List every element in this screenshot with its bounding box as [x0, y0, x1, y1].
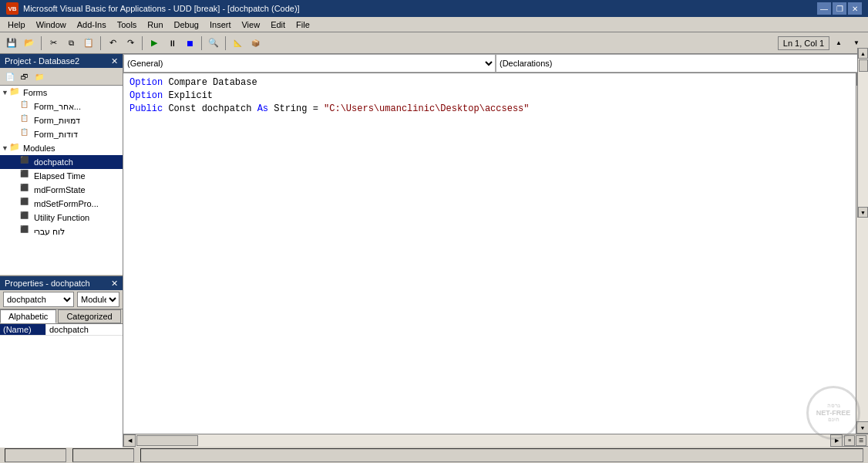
tree-form-dmuyot[interactable]: 📋 Form_דמויות [0, 113, 123, 127]
mdsetformpro-label: mdSetFormPro... [34, 199, 99, 208]
module-icon-dochpatch: ⬛ [20, 156, 32, 168]
code-proc-dropdown[interactable]: (Declarations) [496, 54, 868, 73]
module-icon-elapsed: ⬛ [20, 170, 32, 182]
pe-view-object[interactable]: 🗗 [18, 69, 32, 83]
form-dodot-label: Form_דודות [34, 130, 78, 140]
kw-option2: Option [130, 90, 163, 103]
code-scroll-down[interactable]: ▼ [856, 421, 868, 434]
tree-mdformstate[interactable]: ⬛ mdFormState [0, 183, 123, 197]
tree-mdsetformpro[interactable]: ⬛ mdSetFormPro... [0, 197, 123, 211]
elapsed-label: Elapsed Time [34, 171, 86, 181]
menu-window[interactable]: Window [32, 18, 71, 32]
properties-title: Properties - dochpatch [5, 279, 90, 288]
tree-form-achr[interactable]: 📋 Form_אחר... [0, 100, 123, 113]
forms-label: Forms [23, 88, 47, 97]
toolbar-sep4 [201, 36, 202, 50]
close-button[interactable]: ✕ [848, 2, 862, 15]
prop-name-label[interactable]: (Name) [0, 324, 46, 335]
menu-addins[interactable]: Add-Ins [72, 18, 111, 32]
project-explorer-header: Project - Database2 ✕ [0, 54, 123, 68]
toolbar-undo[interactable]: ↶ [104, 35, 121, 52]
tree-dochpatch[interactable]: ⬛ dochpatch [0, 155, 123, 169]
toolbar-sep1 [41, 36, 42, 50]
code-object-dropdown[interactable]: (General) [123, 54, 496, 73]
modules-label: Modules [23, 144, 56, 153]
toolbar-scroll-up[interactable]: ▲ [830, 35, 847, 52]
pe-toggle-folders[interactable]: 📁 [32, 69, 46, 83]
kw-option1: Option [130, 76, 163, 90]
forms-folder-icon: 📁 [9, 86, 22, 99]
statusbar [0, 446, 868, 463]
tree-elapsed[interactable]: ⬛ Elapsed Time [0, 169, 123, 183]
modules-expand-icon[interactable]: ▼ [2, 144, 9, 152]
forms-expand-icon[interactable]: ▼ [2, 89, 9, 96]
module-view-btn[interactable]: ☰ [856, 435, 866, 446]
status-section-3 [140, 448, 863, 462]
code-area[interactable]: Option Compare Database Option Explicit … [123, 73, 856, 434]
toolbar-paste[interactable]: 📋 [80, 35, 97, 52]
project-explorer: Project - Database2 ✕ 📄 🗗 📁 ▼ 📁 Forms [0, 54, 123, 276]
project-close-btn[interactable]: ✕ [111, 56, 118, 66]
code-line-3: Public Const dochpatch As String = "C:\U… [130, 103, 853, 116]
dochpatch-label: dochpatch [34, 157, 73, 167]
restore-button[interactable]: ❐ [833, 2, 846, 15]
toolbar-save[interactable]: 💾 [3, 35, 20, 52]
window-controls: — ❐ ✕ [817, 2, 862, 15]
toolbar-open[interactable]: 📂 [21, 35, 38, 52]
toolbar-pause[interactable]: ⏸ [163, 35, 180, 52]
form-icon-achr: 📋 [20, 100, 32, 113]
tab-categorized[interactable]: Categorized [58, 309, 120, 323]
hscroll-right[interactable]: ▶ [830, 434, 843, 447]
properties-close-btn[interactable]: ✕ [111, 279, 118, 289]
module-icon-luach: ⬛ [20, 225, 32, 238]
tree-luach[interactable]: ⬛ לוח עברי [0, 225, 123, 238]
toolbar-design[interactable]: 📐 [229, 35, 246, 52]
menu-view[interactable]: View [237, 18, 264, 32]
prop-name-value: dochpatch [46, 324, 123, 335]
minimize-button[interactable]: — [817, 2, 831, 15]
toolbar-find[interactable]: 🔍 [205, 35, 222, 52]
properties-tabs: Alphabetic Categorized [0, 309, 123, 324]
menubar: Help Window Add-Ins Tools Run Debug Inse… [0, 17, 868, 32]
titlebar: VB Microsoft Visual Basic for Applicatio… [0, 0, 868, 17]
tab-alphabetic[interactable]: Alphabetic [0, 309, 56, 323]
toolbar-run[interactable]: ▶ [146, 35, 163, 52]
project-tree[interactable]: ▼ 📁 Forms 📋 Form_אחר... 📋 Form_דמויות [0, 86, 123, 275]
proc-view-btn[interactable]: ≡ [844, 435, 855, 446]
toolbar-stop[interactable]: ⏹ [181, 35, 198, 52]
menu-debug[interactable]: Debug [170, 18, 204, 32]
toolbar-copy[interactable]: ⧉ [62, 35, 79, 52]
properties-object-select[interactable]: dochpatch [3, 292, 74, 307]
hscroll-track [136, 434, 830, 447]
tree-form-dodot[interactable]: 📋 Form_דודות [0, 127, 123, 141]
menu-edit[interactable]: Edit [266, 18, 290, 32]
code-panel: (General) (Declarations) Option Compare … [123, 54, 868, 446]
toolbar-sep5 [225, 36, 226, 50]
menu-help[interactable]: Help [3, 18, 30, 32]
properties-type-select[interactable]: Module [77, 292, 119, 307]
form-icon-dodot: 📋 [20, 128, 32, 140]
status-section-2 [72, 448, 134, 462]
pe-view-code[interactable]: 📄 [3, 69, 17, 83]
properties-panel: Properties - dochpatch ✕ dochpatch Modul… [0, 276, 123, 446]
properties-header: Properties - dochpatch ✕ [0, 276, 123, 290]
main-layout: Project - Database2 ✕ 📄 🗗 📁 ▼ 📁 Forms [0, 54, 868, 446]
form-icon-dmuyot: 📋 [20, 114, 32, 127]
titlebar-left: VB Microsoft Visual Basic for Applicatio… [6, 2, 300, 15]
module-icon-mdformstate: ⬛ [20, 184, 32, 196]
toolbar-redo[interactable]: ↷ [122, 35, 139, 52]
menu-insert[interactable]: Insert [205, 18, 236, 32]
app-icon: VB [6, 2, 19, 15]
menu-run[interactable]: Run [143, 18, 167, 32]
prop-row-name: (Name) dochpatch [0, 324, 123, 336]
menu-tools[interactable]: Tools [113, 18, 142, 32]
hscroll-left[interactable]: ◀ [123, 434, 136, 447]
toolbar-objectbr[interactable]: 📦 [247, 35, 264, 52]
code-editor-area: Option Compare Database Option Explicit … [123, 73, 868, 434]
menu-file[interactable]: File [291, 18, 315, 32]
kw-public: Public [130, 103, 163, 116]
toolbar-cut[interactable]: ✂ [45, 35, 62, 52]
tree-forms-folder[interactable]: ▼ 📁 Forms [0, 86, 123, 100]
tree-modules-folder[interactable]: ▼ 📁 Modules [0, 141, 123, 155]
tree-utility[interactable]: ⬛ Utility Function [0, 211, 123, 225]
